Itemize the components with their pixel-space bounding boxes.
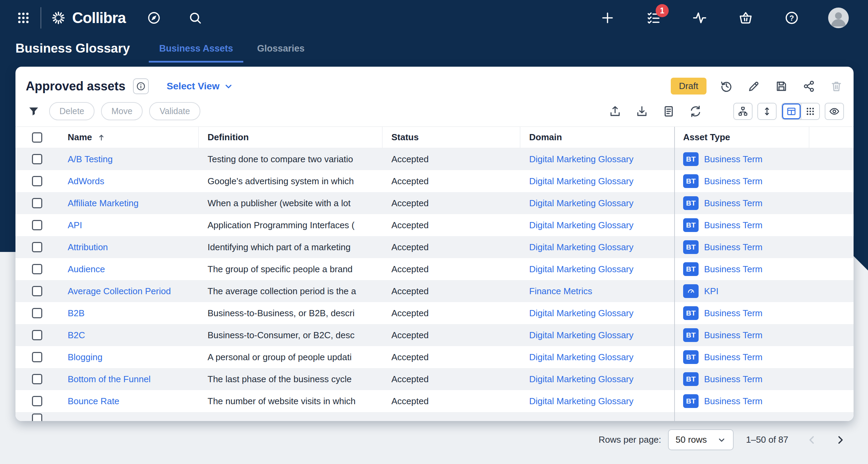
rows-per-page-select[interactable]: 50 rows (668, 429, 734, 450)
row-checkbox[interactable] (32, 286, 42, 296)
import-button[interactable] (608, 104, 623, 119)
asset-domain-link[interactable]: Digital Marketing Glossary (529, 396, 633, 407)
asset-type-label[interactable]: Business Term (704, 352, 763, 363)
asset-domain-link[interactable]: Digital Marketing Glossary (529, 352, 633, 363)
asset-name-link[interactable]: Affiliate Marketing (68, 198, 138, 209)
asset-name-link[interactable]: Bottom of the Funnel (68, 374, 151, 385)
logo-wordmark: Collibra (72, 9, 126, 26)
row-checkbox[interactable] (32, 198, 42, 208)
column-header-asset-type[interactable]: Asset Type (674, 127, 809, 148)
asset-type-label[interactable]: Business Term (704, 154, 763, 165)
tab-business-assets[interactable]: Business Assets (149, 43, 243, 63)
row-checkbox[interactable] (32, 374, 42, 384)
asset-name-link[interactable]: AdWords (68, 176, 104, 187)
asset-type-label[interactable]: Business Term (704, 176, 763, 187)
collibra-logo[interactable]: Collibra (50, 9, 126, 26)
column-header-name[interactable]: Name (59, 127, 199, 148)
column-header-domain[interactable]: Domain (520, 127, 674, 148)
asset-type-label[interactable]: Business Term (704, 198, 763, 209)
row-checkbox[interactable] (32, 242, 42, 252)
hierarchy-view-button[interactable] (733, 103, 753, 120)
save-button[interactable] (774, 79, 789, 94)
asset-domain-link[interactable]: Digital Marketing Glossary (529, 220, 633, 231)
tasks-button[interactable]: 1 (644, 8, 663, 27)
row-checkbox[interactable] (32, 220, 42, 230)
upload-icon (609, 105, 622, 118)
asset-type-label[interactable]: Business Term (704, 242, 763, 253)
asset-name-link[interactable]: Bounce Rate (68, 396, 119, 407)
asset-domain-link[interactable]: Digital Marketing Glossary (529, 264, 633, 275)
asset-name-link[interactable]: A/B Testing (68, 154, 113, 165)
tile-view-button[interactable] (801, 103, 819, 119)
expand-rows-button[interactable] (757, 103, 777, 120)
asset-domain-link[interactable]: Digital Marketing Glossary (529, 242, 633, 253)
row-checkbox-cell (15, 280, 59, 302)
apps-grid-button[interactable] (14, 8, 33, 27)
asset-name-link[interactable]: Blogging (68, 352, 102, 363)
bulk-move-button[interactable]: Move (101, 102, 143, 120)
visibility-button[interactable] (825, 103, 844, 120)
bulk-validate-button[interactable]: Validate (149, 102, 200, 120)
asset-type-badge: BT (683, 218, 699, 232)
asset-domain-link[interactable]: Digital Marketing Glossary (529, 330, 633, 341)
delete-asset-button[interactable] (829, 79, 844, 94)
filter-button[interactable] (26, 103, 42, 119)
user-avatar[interactable] (828, 8, 849, 28)
info-icon (136, 81, 146, 91)
row-checkbox[interactable] (32, 264, 42, 274)
asset-name-link[interactable]: Average Collection Period (68, 286, 171, 297)
asset-domain-link[interactable]: Digital Marketing Glossary (529, 176, 633, 187)
row-checkbox[interactable] (32, 352, 42, 362)
history-button[interactable] (719, 79, 734, 94)
info-button[interactable] (133, 78, 149, 94)
asset-type-label[interactable]: Business Term (704, 330, 763, 341)
asset-domain-link[interactable]: Finance Metrics (529, 286, 592, 297)
share-button[interactable] (801, 79, 816, 94)
asset-domain-link[interactable]: Digital Marketing Glossary (529, 374, 633, 385)
marketplace-button[interactable] (736, 8, 755, 27)
asset-type-label[interactable]: KPI (704, 286, 719, 297)
row-checkbox[interactable] (32, 330, 42, 340)
create-button[interactable] (598, 8, 617, 27)
chevron-down-icon (224, 81, 233, 91)
help-button[interactable]: ? (782, 8, 801, 27)
bulk-delete-button[interactable]: Delete (49, 102, 94, 120)
asset-name-link[interactable]: Attribution (68, 242, 108, 253)
tab-glossaries[interactable]: Glossaries (247, 43, 315, 63)
asset-type-label[interactable]: Business Term (704, 308, 763, 319)
column-header-definition[interactable]: Definition (199, 127, 382, 148)
asset-name-link[interactable]: Audience (68, 264, 105, 275)
export-button[interactable] (634, 104, 649, 119)
row-checkbox[interactable] (32, 154, 42, 164)
row-checkbox[interactable] (32, 413, 42, 421)
asset-domain-link[interactable]: Digital Marketing Glossary (529, 308, 633, 319)
row-checkbox[interactable] (32, 308, 42, 318)
asset-name-link[interactable]: API (68, 220, 82, 231)
row-checkbox[interactable] (32, 176, 42, 186)
edit-button[interactable] (746, 79, 761, 94)
asset-type-label[interactable]: Business Term (704, 374, 763, 385)
asset-type-label[interactable]: Business Term (704, 396, 763, 407)
asset-name-link[interactable]: B2B (68, 308, 85, 319)
table-view-button[interactable] (782, 103, 801, 119)
asset-type-label[interactable]: Business Term (704, 264, 763, 275)
select-all-checkbox[interactable] (32, 132, 42, 143)
activity-button[interactable] (690, 8, 709, 27)
row-checkbox[interactable] (32, 396, 42, 406)
browse-button[interactable] (144, 8, 164, 27)
asset-name-link[interactable]: B2C (68, 330, 85, 341)
select-view-dropdown[interactable]: Select View (167, 81, 233, 92)
search-button[interactable] (186, 8, 205, 27)
report-button[interactable] (661, 104, 676, 119)
previous-page-button[interactable] (806, 434, 818, 446)
asset-type-label[interactable]: Business Term (704, 220, 763, 231)
asset-domain-link[interactable]: Digital Marketing Glossary (529, 154, 633, 165)
refresh-button[interactable] (688, 104, 703, 119)
column-header-status[interactable]: Status (382, 127, 520, 148)
select-view-label: Select View (167, 81, 220, 92)
asset-domain-link[interactable]: Digital Marketing Glossary (529, 198, 633, 209)
next-page-button[interactable] (834, 434, 846, 446)
expand-rows-icon (761, 106, 772, 117)
filter-funnel-icon (27, 105, 40, 118)
tab-bar: Business Assets Glossaries (149, 43, 315, 63)
